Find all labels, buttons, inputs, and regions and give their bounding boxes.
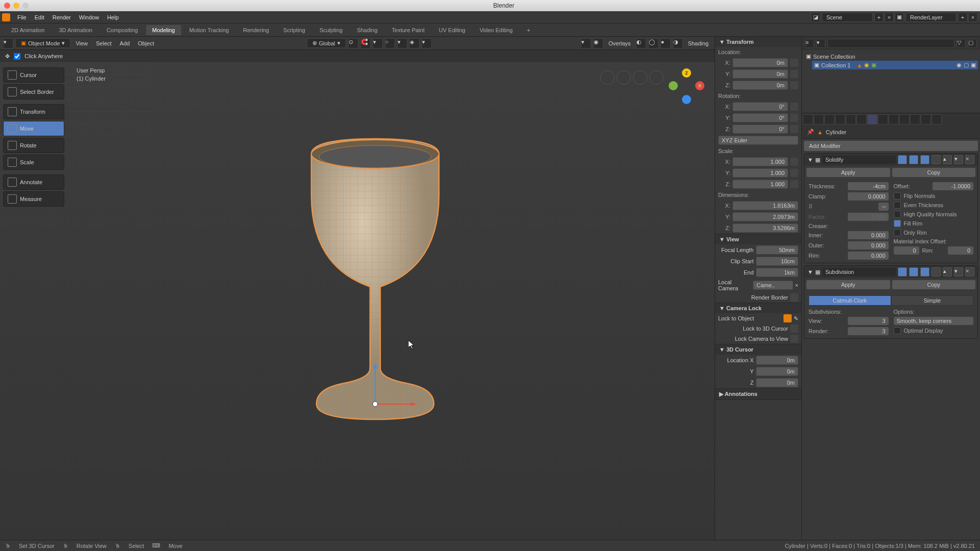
tab-video-editing[interactable]: Video Editing	[474, 25, 519, 35]
factor-field[interactable]: 0.000	[848, 213, 889, 221]
prop-tab-object[interactable]	[856, 114, 867, 124]
tab-compositing[interactable]: Compositing	[101, 25, 144, 35]
outliner-scene-collection[interactable]: ▣Scene Collection	[804, 52, 978, 61]
tool-cursor[interactable]: Cursor	[3, 67, 64, 83]
cursor-x[interactable]: 0m	[756, 356, 799, 365]
crease-inner[interactable]: 0.000	[848, 231, 889, 239]
fill-rim-cb[interactable]	[894, 220, 901, 227]
modifier-name[interactable]: Solidify	[822, 156, 896, 164]
tab-modeling[interactable]: Modeling	[146, 25, 181, 35]
object-types-btn[interactable]: ▾	[581, 38, 591, 48]
vgroup-field[interactable]: ↔	[878, 203, 889, 211]
catmull-clark-btn[interactable]: Catmull-Clark	[808, 295, 891, 306]
mod-copy-btn[interactable]: Copy	[892, 280, 976, 289]
nav-z-axis[interactable]	[682, 95, 691, 104]
renderlayer-add-btn[interactable]: +	[958, 13, 967, 22]
outliner-search[interactable]	[827, 39, 954, 48]
add-modifier-button[interactable]: Add Modifier	[804, 141, 978, 151]
gizmo-btn[interactable]: ◈	[409, 38, 420, 48]
cursor-y[interactable]: 0m	[756, 367, 799, 376]
shading-lookdev-btn[interactable]: ◑	[673, 38, 683, 48]
pin-icon[interactable]: 📌	[807, 129, 814, 135]
prop-tab-particles[interactable]	[878, 114, 888, 124]
mat-offset[interactable]: 0	[894, 246, 919, 255]
scale-z[interactable]: 1.000	[732, 180, 788, 189]
crease-rim[interactable]: 0.000	[848, 252, 889, 260]
nav-gizmo[interactable]: X Z	[669, 68, 704, 104]
minimize-window-btn[interactable]	[13, 3, 19, 9]
prop-tab-output[interactable]	[814, 114, 824, 124]
rot-y[interactable]: 0°	[732, 113, 788, 122]
lock-icon[interactable]	[790, 114, 798, 122]
scene-add-btn[interactable]: +	[874, 13, 884, 22]
clamp-field[interactable]: 0.0000	[848, 192, 889, 201]
mod-viewport-toggle[interactable]	[909, 155, 918, 164]
n-3dcursor-header[interactable]: ▼ 3D Cursor	[715, 344, 801, 355]
mod-editmode-toggle[interactable]	[920, 155, 929, 164]
eyedropper-icon[interactable]: ✎	[794, 315, 798, 322]
n-view-header[interactable]: ▼ View	[715, 234, 801, 244]
renderlayer-icon[interactable]: ▣	[895, 13, 904, 22]
shading-solid-btn[interactable]: ●	[660, 38, 671, 48]
focal-length[interactable]: 50mm	[756, 245, 799, 255]
tab-motion-tracking[interactable]: Motion Tracking	[183, 25, 235, 35]
crease-mode-dd[interactable]: Smooth, keep corners	[894, 317, 974, 325]
wineglass-object[interactable]	[286, 134, 464, 450]
new-collection-btn[interactable]: ▢	[968, 39, 977, 48]
tab-add-workspace[interactable]: +	[521, 25, 536, 35]
render-icon[interactable]: ▣	[971, 62, 976, 68]
nav-y-axis[interactable]	[669, 81, 678, 90]
menu-file[interactable]: File	[13, 14, 31, 20]
outliner-collection-1[interactable]: ▣Collection 1 ▲ ◉ ▣ ◉ ▢ ▣	[812, 61, 978, 69]
tab-3d-animation[interactable]: 3D Animation	[53, 25, 98, 35]
tab-texture-paint[interactable]: Texture Paint	[386, 25, 431, 35]
n-transform-header[interactable]: ▼ Transform	[715, 37, 801, 47]
menu-help[interactable]: Help	[103, 14, 123, 20]
rot-x[interactable]: 0°	[732, 102, 788, 111]
tab-uv-editing[interactable]: UV Editing	[433, 25, 472, 35]
tool-select-border[interactable]: Select Border	[3, 84, 64, 99]
tab-sculpting[interactable]: Sculpting	[313, 25, 349, 35]
outliner-type-icon[interactable]: ≡	[805, 39, 814, 48]
lock-icon[interactable]	[790, 125, 798, 133]
nav-ortho-btn[interactable]	[649, 70, 664, 85]
tab-2d-animation[interactable]: 2D Animation	[5, 25, 51, 35]
mod-render-toggle[interactable]	[898, 155, 907, 164]
shading-wire-btn[interactable]: ◯	[648, 38, 658, 48]
orientation-dropdown[interactable]: ⊕Global ▾	[307, 38, 346, 48]
dim-z[interactable]: 3.5286m	[732, 223, 798, 233]
mod-cage-toggle[interactable]	[932, 155, 941, 164]
menu-edit[interactable]: Edit	[31, 14, 48, 20]
prop-tab-texture[interactable]	[932, 114, 942, 124]
filter-icon[interactable]: ▽	[957, 39, 966, 48]
blender-logo-icon[interactable]	[2, 13, 10, 21]
prop-tab-material[interactable]	[921, 114, 931, 124]
clip-start[interactable]: 10cm	[756, 257, 799, 266]
light-icon[interactable]: ◉	[864, 62, 869, 68]
vp-menu-object[interactable]: Object	[135, 40, 157, 46]
gizmo-dd[interactable]: ▾	[422, 38, 432, 48]
tool-measure[interactable]: Measure	[3, 191, 64, 207]
lock-icon[interactable]	[790, 70, 798, 78]
lock-icon[interactable]	[790, 158, 798, 166]
tool-transform[interactable]: Transform	[3, 104, 64, 119]
proportional-btn[interactable]: ○	[385, 38, 395, 48]
prop-tab-modifiers[interactable]	[867, 114, 877, 124]
scale-y[interactable]: 1.000	[732, 168, 788, 178]
loc-x[interactable]: 0m	[732, 58, 788, 67]
lock-icon[interactable]	[790, 169, 798, 177]
prop-tab-constraints[interactable]	[899, 114, 910, 124]
mod-viewport-toggle[interactable]	[909, 267, 918, 277]
pivot-btn[interactable]: ⊙	[348, 38, 358, 48]
lock-3d-cursor-checkbox[interactable]	[790, 324, 798, 333]
nav-x-axis[interactable]: X	[695, 81, 704, 90]
dim-y[interactable]: 2.0973m	[732, 212, 798, 221]
offset-field[interactable]: -1.0000	[933, 182, 973, 190]
clear-camera-btn[interactable]: ×	[795, 282, 798, 288]
modifier-name[interactable]: Subdivision	[822, 268, 896, 276]
expand-icon[interactable]: ▼	[807, 157, 813, 163]
maximize-window-btn[interactable]	[22, 3, 29, 9]
mod-cage-toggle[interactable]	[932, 267, 941, 277]
prop-tab-scene[interactable]	[835, 114, 845, 124]
nav-pan-btn[interactable]	[617, 70, 631, 85]
